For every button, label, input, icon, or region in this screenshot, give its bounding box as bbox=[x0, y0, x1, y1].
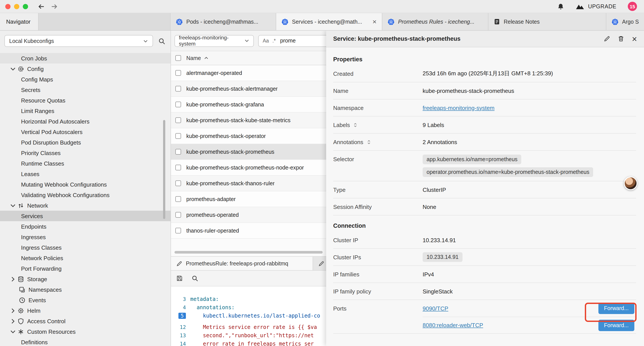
namespace-selector[interactable]: freeleaps-monitoring-system bbox=[174, 35, 254, 47]
chevron-right-icon[interactable] bbox=[10, 318, 16, 324]
name-value: kube-prometheus-stack-prometheus bbox=[422, 87, 636, 94]
match-case-toggle[interactable]: Aa bbox=[263, 38, 269, 43]
selector-badge: app.kubernetes.io/name=prometheus bbox=[422, 155, 522, 164]
user-avatar[interactable] bbox=[624, 177, 638, 190]
notifications-bell-icon[interactable] bbox=[558, 3, 564, 10]
sidebar-item-events[interactable]: Events bbox=[0, 295, 170, 305]
sidebar-item-label: Network bbox=[27, 202, 48, 209]
sidebar-item-runtime-classes[interactable]: Runtime Classes bbox=[0, 158, 170, 169]
navigator-label: Navigator bbox=[6, 18, 30, 25]
save-icon[interactable] bbox=[176, 275, 183, 282]
table-horizontal-scrollbar[interactable] bbox=[174, 251, 323, 254]
forward-icon[interactable] bbox=[51, 3, 58, 10]
navigator-panel-tab[interactable]: Navigator bbox=[0, 13, 38, 30]
row-checkbox[interactable] bbox=[175, 180, 181, 186]
tab-pods[interactable]: Pods - icecheng@mathmas... bbox=[170, 13, 276, 30]
chevron-right-icon[interactable] bbox=[10, 276, 16, 282]
upgrade-icon bbox=[576, 2, 584, 11]
sidebar-item-leases[interactable]: Leases bbox=[0, 169, 170, 179]
sidebar-item-limit-ranges[interactable]: Limit Ranges bbox=[0, 106, 170, 116]
chevron-down-icon[interactable] bbox=[10, 65, 16, 72]
expand-collapse-icon[interactable] bbox=[353, 122, 358, 127]
row-checkbox[interactable] bbox=[175, 133, 181, 139]
maximize-window-button[interactable] bbox=[23, 4, 28, 9]
sidebar-item-helm[interactable]: Helm bbox=[0, 305, 170, 316]
editor-tab-prometheusrule[interactable]: PrometheusRule: freeleaps-prod-rabbitmq bbox=[171, 257, 313, 270]
sidebar-item-access-control[interactable]: Access Control bbox=[0, 316, 170, 326]
upgrade-label: UPGRADE bbox=[588, 3, 616, 9]
property-label: Namespace bbox=[333, 104, 364, 111]
editor-search-icon[interactable] bbox=[192, 275, 198, 282]
row-checkbox[interactable] bbox=[175, 196, 181, 202]
sidebar-item-custom-resources[interactable]: Custom Resources bbox=[0, 326, 170, 337]
tab-prometheus-rules[interactable]: Prometheus Rules - icecheng... bbox=[382, 13, 488, 30]
row-checkbox[interactable] bbox=[175, 102, 181, 107]
sidebar-item-definitions[interactable]: Definitions bbox=[0, 337, 170, 346]
sidebar-item-network-policies[interactable]: Network Policies bbox=[0, 253, 170, 263]
sidebar-scrollbar[interactable] bbox=[163, 120, 165, 219]
select-all-checkbox[interactable] bbox=[175, 55, 181, 61]
row-checkbox[interactable] bbox=[175, 70, 181, 76]
sidebar-item-config-maps[interactable]: Config Maps bbox=[0, 74, 170, 84]
sidebar-item-horizontal-pod-autoscalers[interactable]: Horizontal Pod Autoscalers bbox=[0, 116, 170, 127]
close-drawer-icon[interactable]: × bbox=[632, 34, 637, 43]
sidebar-item-endpoints[interactable]: Endpoints bbox=[0, 221, 170, 232]
sidebar-item-ingress-classes[interactable]: Ingress Classes bbox=[0, 242, 170, 253]
row-checkbox[interactable] bbox=[175, 86, 181, 91]
row-checkbox[interactable] bbox=[175, 228, 181, 233]
close-tab-icon[interactable]: × bbox=[372, 18, 376, 25]
kubeconfig-selector[interactable]: Local Kubeconfigs bbox=[4, 35, 153, 47]
sidebar-item-validating-webhook-configurations[interactable]: Validating Webhook Configurations bbox=[0, 190, 170, 200]
sidebar-item-pod-disruption-budgets[interactable]: Pod Disruption Budgets bbox=[0, 137, 170, 148]
sidebar-item-ingresses[interactable]: Ingresses bbox=[0, 232, 170, 242]
sidebar-item-storage[interactable]: Storage bbox=[0, 274, 170, 284]
sidebar-item-config[interactable]: Config bbox=[0, 63, 170, 74]
tab-services[interactable]: Services - icecheng@math... × bbox=[276, 13, 382, 30]
sort-ascending-icon[interactable] bbox=[204, 56, 209, 60]
sidebar-item-network[interactable]: Network bbox=[0, 200, 170, 211]
row-checkbox[interactable] bbox=[175, 149, 181, 155]
sidebar-item-services[interactable]: Services bbox=[0, 211, 170, 221]
row-checkbox[interactable] bbox=[175, 165, 181, 170]
expand-collapse-icon[interactable] bbox=[366, 139, 371, 144]
port-line: 8080:reloader-web/TCP Forward... bbox=[422, 317, 636, 333]
property-label: Cluster IPs bbox=[333, 254, 361, 260]
regex-toggle[interactable]: .* bbox=[272, 38, 276, 43]
sidebar-item-namespaces[interactable]: Namespaces bbox=[0, 284, 170, 295]
port-link[interactable]: 8080:reloader-web/TCP bbox=[422, 322, 483, 329]
sidebar-item-label: Access Control bbox=[27, 318, 66, 324]
sidebar-item-secrets[interactable]: Secrets bbox=[0, 84, 170, 95]
sidebar-item-resource-quotas[interactable]: Resource Quotas bbox=[0, 95, 170, 106]
edit-pencil-icon[interactable] bbox=[604, 35, 610, 42]
sidebar-item-vertical-pod-autoscalers[interactable]: Vertical Pod Autoscalers bbox=[0, 127, 170, 137]
row-checkbox[interactable] bbox=[175, 212, 181, 218]
tab-argo[interactable]: Argo Se bbox=[606, 13, 644, 30]
tab-release-notes[interactable]: Release Notes bbox=[488, 13, 606, 30]
sidebar-item-mutating-webhook-configurations[interactable]: Mutating Webhook Configurations bbox=[0, 179, 170, 190]
chevron-right-icon[interactable] bbox=[10, 307, 16, 314]
forward-button[interactable]: Forward... bbox=[598, 320, 634, 331]
helm-wheel-icon bbox=[18, 307, 24, 314]
minimize-window-button[interactable] bbox=[14, 4, 19, 9]
service-name: kube-prometheus-stack-prometheus-node-ex… bbox=[186, 164, 304, 171]
notification-count-badge[interactable]: 15 bbox=[628, 2, 637, 11]
created-value: 253d 16h 6m ago (2025年1月13日 GMT+8 1:25:3… bbox=[422, 70, 636, 77]
chevron-down-icon[interactable] bbox=[10, 202, 16, 209]
sidebar-search-icon[interactable] bbox=[158, 37, 165, 44]
port-link[interactable]: 9090/TCP bbox=[422, 305, 448, 312]
annotations-value: 2 Annotations bbox=[422, 139, 636, 145]
sidebar-item-port-forwarding[interactable]: Port Forwarding bbox=[0, 263, 170, 274]
sidebar-item-cron-jobs[interactable]: Cron Jobs bbox=[0, 53, 170, 63]
property-row-name: Name kube-prometheus-stack-prometheus bbox=[333, 82, 636, 99]
upgrade-button[interactable]: UPGRADE bbox=[576, 2, 616, 11]
trash-icon[interactable] bbox=[618, 35, 624, 42]
chevron-down-icon[interactable] bbox=[10, 328, 16, 335]
name-column-header[interactable]: Name bbox=[186, 55, 201, 61]
sidebar-item-label: Custom Resources bbox=[27, 328, 76, 335]
back-icon[interactable] bbox=[38, 3, 45, 10]
row-checkbox[interactable] bbox=[175, 117, 181, 123]
forward-button[interactable]: Forward... bbox=[598, 303, 634, 314]
close-window-button[interactable] bbox=[5, 4, 10, 9]
namespace-link[interactable]: freeleaps-monitoring-system bbox=[422, 104, 494, 111]
sidebar-item-priority-classes[interactable]: Priority Classes bbox=[0, 148, 170, 158]
